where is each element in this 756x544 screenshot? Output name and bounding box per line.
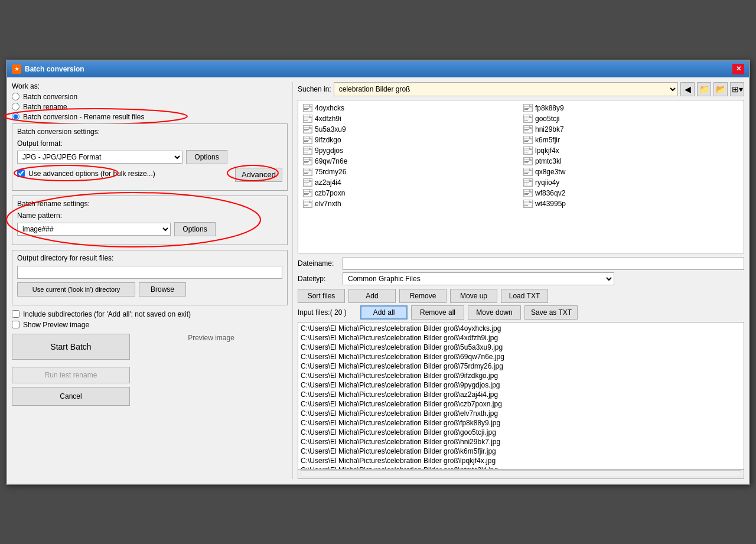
show-preview-checkbox[interactable]: [12, 321, 19, 328]
svg-rect-27: [304, 162, 308, 163]
svg-rect-22: [304, 151, 309, 151]
radio-batch-rename-input[interactable]: [12, 103, 19, 110]
close-button[interactable]: ✕: [732, 64, 744, 74]
right-panel: Suchen in: celebration Bilder groß ◀ 📁 📂…: [292, 82, 744, 479]
filelist-item: C:\Users\El Micha\Pictures\celebration B…: [301, 324, 741, 333]
work-as-label: Work as:: [12, 82, 288, 90]
file-item[interactable]: 4oyxhcks: [301, 103, 521, 113]
cancel-button[interactable]: Cancel: [12, 387, 130, 406]
batch-rename-title: Batch rename settings:: [17, 200, 282, 208]
svg-rect-10: [304, 119, 309, 119]
show-preview-row: Show Preview image: [12, 321, 288, 329]
file-item[interactable]: wt43995p: [521, 198, 741, 209]
svg-rect-54: [524, 129, 529, 130]
format-options-button[interactable]: Options: [186, 150, 227, 164]
output-dir-input[interactable]: [17, 266, 282, 279]
file-item[interactable]: wf836qv2: [521, 188, 741, 198]
filename-input[interactable]: [343, 257, 744, 270]
file-item[interactable]: az2aj4i4: [301, 177, 521, 188]
pattern-row: image### Options: [17, 222, 282, 236]
file-item[interactable]: 9ifzdkgo: [301, 135, 521, 145]
move-up-button[interactable]: Move up: [450, 289, 497, 303]
main-content: Work as: Batch conversion Batch rename B…: [7, 77, 749, 484]
remove-button[interactable]: Remove: [399, 289, 447, 303]
remove-all-button[interactable]: Remove all: [411, 305, 464, 320]
svg-rect-75: [524, 184, 528, 184]
file-item[interactable]: fp8k88y9: [521, 103, 741, 113]
filelist-item: C:\Users\El Micha\Pictures\celebration B…: [301, 456, 741, 465]
filelist-item: C:\Users\El Micha\Pictures\celebration B…: [301, 418, 741, 428]
preview-label: Preview image: [188, 334, 234, 342]
svg-rect-79: [524, 194, 528, 195]
advanced-checkbox[interactable]: [17, 170, 25, 177]
browse-button[interactable]: Browse: [139, 282, 186, 297]
file-item[interactable]: 69qw7n6e: [301, 156, 521, 167]
input-file-list-wrapper: C:\Users\El Micha\Pictures\celebration B…: [298, 322, 744, 470]
file-item[interactable]: k6m5fjir: [521, 135, 741, 145]
move-down-button[interactable]: Move down: [468, 305, 521, 320]
radio-batch-conversion-input[interactable]: [12, 93, 19, 100]
include-subdirs-row: Include subdirectories (for 'Add all'; n…: [12, 310, 288, 318]
format-select[interactable]: JPG - JPG/JPEG Format: [17, 151, 183, 164]
name-pattern-label: Name pattern:: [17, 211, 282, 220]
radio-batch-conversion[interactable]: Batch conversion: [12, 93, 288, 101]
rename-options-button[interactable]: Options: [174, 222, 216, 236]
nav-view-button[interactable]: ⊞▾: [730, 82, 744, 96]
save-as-txt-button[interactable]: Save as TXT: [524, 305, 578, 320]
svg-rect-7: [304, 109, 308, 110]
file-list-right: fp8k88y9 goo5tcji hni29bk7 k6m5fjir lpqk…: [521, 103, 741, 250]
start-batch-button[interactable]: Start Batch: [12, 334, 130, 360]
svg-rect-63: [524, 152, 528, 152]
svg-rect-43: [304, 205, 308, 206]
file-item[interactable]: 75rdmy26: [301, 167, 521, 177]
file-list-left: 4oyxhcks 4xdfzh9i 5u5a3xu9 9ifzdkgo 9pyg…: [301, 103, 521, 250]
app-icon: ★: [12, 64, 21, 74]
file-item[interactable]: hni29bk7: [521, 124, 741, 135]
location-select[interactable]: celebration Bilder groß: [334, 82, 678, 96]
file-item[interactable]: elv7nxth: [301, 198, 521, 209]
file-item[interactable]: lpqkjf4x: [521, 145, 741, 156]
svg-rect-30: [304, 172, 309, 172]
horizontal-scrollbar[interactable]: [298, 470, 744, 479]
batch-rename-settings: Batch rename settings: Name pattern: ima…: [12, 196, 288, 245]
filelist-item: C:\Users\El Micha\Pictures\celebration B…: [301, 447, 741, 456]
add-button[interactable]: Add: [348, 289, 396, 303]
sort-files-button[interactable]: Sort files: [298, 289, 345, 303]
file-item[interactable]: czb7poxn: [301, 188, 521, 198]
svg-rect-58: [524, 140, 529, 141]
svg-rect-62: [524, 151, 529, 151]
pattern-select[interactable]: image###: [17, 223, 171, 236]
format-row: JPG - JPG/JPEG Format Options: [17, 150, 282, 164]
run-test-rename-button[interactable]: Run test rename: [12, 367, 130, 383]
nav-back-button[interactable]: ◀: [680, 82, 695, 96]
advanced-button[interactable]: Advanced: [235, 168, 282, 182]
radio-batch-conversion-rename[interactable]: Batch conversion - Rename result files: [12, 113, 288, 121]
radio-batch-conversion-rename-input[interactable]: [12, 113, 19, 120]
filename-row: Dateiname:: [298, 257, 744, 270]
radio-batch-rename[interactable]: Batch rename: [12, 103, 288, 111]
svg-rect-82: [524, 204, 529, 204]
file-item[interactable]: 9pygdjos: [301, 145, 521, 156]
radio-batch-conversion-label: Batch conversion: [23, 93, 77, 101]
include-subdirs-checkbox[interactable]: [12, 310, 19, 318]
advanced-row: Use advanced options (for bulk resize...…: [17, 168, 282, 182]
output-dir-label: Output directory for result files:: [17, 254, 282, 262]
nav-up-button[interactable]: 📂: [713, 82, 728, 96]
add-all-button[interactable]: Add all: [360, 305, 408, 320]
svg-rect-50: [524, 119, 529, 119]
batch-settings-title: Batch conversion settings:: [17, 128, 282, 136]
svg-rect-71: [524, 173, 528, 174]
file-item[interactable]: goo5tcji: [521, 113, 741, 124]
use-current-dir-button[interactable]: Use current ('look in') directory: [17, 282, 135, 297]
file-item[interactable]: ryqiio4y: [521, 177, 741, 188]
svg-rect-74: [524, 183, 529, 183]
filelist-item: C:\Users\El Micha\Pictures\celebration B…: [301, 390, 741, 399]
file-item[interactable]: ptmtc3kl: [521, 156, 741, 167]
file-item[interactable]: qx8ge3tw: [521, 167, 741, 177]
file-item[interactable]: 5u5a3xu9: [301, 124, 521, 135]
file-item[interactable]: 4xdfzh9i: [301, 113, 521, 124]
load-txt-button[interactable]: Load TXT: [501, 289, 548, 303]
filetype-select[interactable]: Common Graphic Files: [343, 272, 614, 285]
svg-rect-66: [524, 161, 529, 162]
nav-folder-button[interactable]: 📁: [697, 82, 711, 96]
